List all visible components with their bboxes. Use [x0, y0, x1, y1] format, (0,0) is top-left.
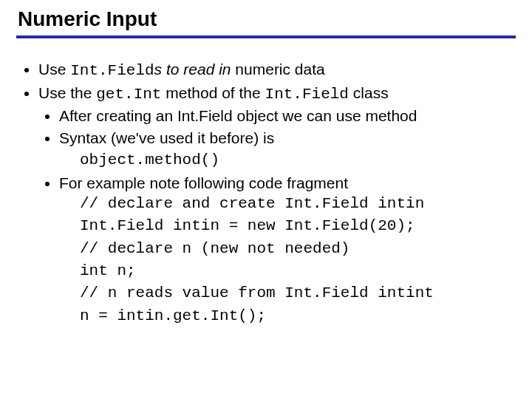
code-line-5: // n reads value from Int.Field intint	[80, 283, 516, 304]
text: method of the	[161, 84, 265, 101]
code-fragment: // declare and create Int.Field intin In…	[80, 194, 516, 327]
syntax-block: object.method()	[80, 149, 516, 171]
sub-bullet-list: After creating an Int.Field object we ca…	[38, 106, 516, 327]
slide-title: Numeric Input	[16, 7, 516, 31]
text: Use the	[38, 84, 96, 101]
code-syntax: object.method()	[80, 151, 219, 168]
sub-bullet-2: Syntax (we've used it before) is object.…	[59, 128, 516, 171]
code-line-3: // declare n (new not needed)	[80, 239, 516, 259]
slide: Numeric Input Use Int.Fields to read in …	[0, 0, 532, 399]
text: class	[349, 84, 389, 101]
text: Syntax (we've used it before) is	[59, 129, 274, 146]
code-intfield: Int.Field	[70, 62, 154, 79]
bullet-list: Use Int.Fields to read in numeric data U…	[16, 59, 516, 327]
bullet-1: Use Int.Fields to read in numeric data	[38, 59, 516, 81]
title-underline	[16, 35, 516, 38]
code-intfield: Int.Field	[265, 86, 349, 103]
bullet-2: Use the get.Int method of the Int.Field …	[38, 83, 516, 327]
code-line-1: // declare and create Int.Field intin	[80, 194, 516, 214]
sub-bullet-1: After creating an Int.Field object we ca…	[59, 106, 516, 126]
text: For example note following code fragment	[59, 174, 348, 191]
code-line-4: int n;	[80, 261, 516, 282]
text: After creating an Int.Field object we ca…	[59, 107, 417, 124]
text: Use	[38, 61, 70, 78]
code-line-6: n = intin.get.Int();	[80, 306, 516, 327]
sub-bullet-3: For example note following code fragment…	[59, 173, 516, 327]
text: numeric data	[231, 61, 325, 78]
code-line-2: Int.Field intin = new Int.Field(20);	[80, 216, 516, 236]
text-italic: s to read in	[154, 61, 231, 78]
code-getint: get.Int	[96, 86, 161, 103]
